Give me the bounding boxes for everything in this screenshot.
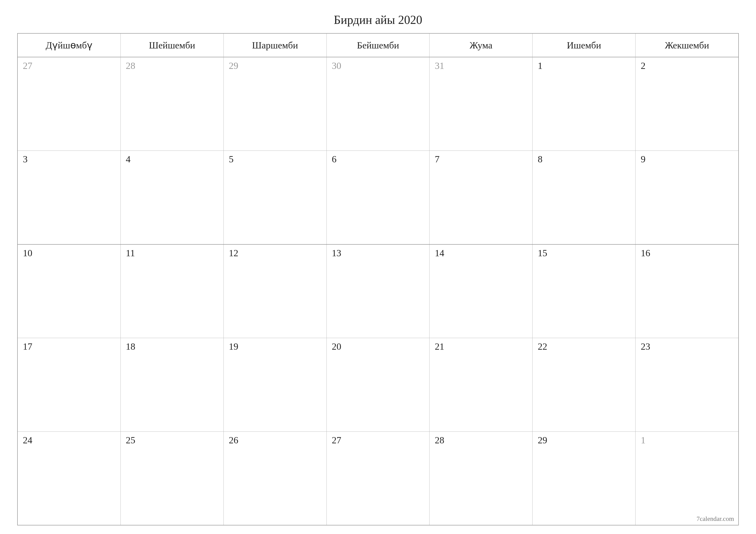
day-number: 4 (126, 155, 218, 164)
day-number: 15 (538, 248, 630, 258)
day-cell: 25 (121, 432, 224, 525)
day-cell: 29 (532, 432, 635, 525)
day-number: 22 (538, 342, 630, 351)
day-cell: 17 (18, 338, 121, 431)
footer-credit: 7calendar.com (696, 515, 734, 522)
weekday-header-row: Дүйшөмбү Шейшемби Шаршемби Бейшемби Жума… (18, 34, 738, 57)
day-cell: 1 (532, 57, 635, 150)
day-cell: 27 (327, 432, 430, 525)
day-number: 21 (435, 342, 527, 351)
weekday-header: Шейшемби (121, 34, 224, 57)
calendar-grid: Дүйшөмбү Шейшемби Шаршемби Бейшемби Жума… (17, 33, 739, 525)
weekday-header: Жума (429, 34, 532, 57)
day-number: 16 (641, 248, 733, 258)
day-cell: 27 (18, 57, 121, 150)
day-number: 10 (23, 248, 115, 258)
week-row: 24252627282917calendar.com (18, 431, 738, 525)
day-cell: 30 (327, 57, 430, 150)
day-cell: 7 (429, 151, 532, 244)
day-cell: 20 (327, 338, 430, 431)
day-cell: 28 (429, 432, 532, 525)
day-cell: 11 (121, 244, 224, 338)
day-cell: 21 (429, 338, 532, 431)
week-row: 17181920212223 (18, 338, 738, 431)
day-number: 24 (23, 436, 115, 445)
day-cell: 10 (18, 244, 121, 338)
weekday-header: Дүйшөмбү (18, 34, 121, 57)
day-number: 31 (435, 61, 527, 71)
weekday-header: Ишемби (532, 34, 635, 57)
day-number: 2 (641, 61, 733, 71)
day-cell: 14 (429, 244, 532, 338)
day-cell: 18 (121, 338, 224, 431)
day-cell: 12 (224, 244, 327, 338)
day-number: 8 (538, 155, 630, 164)
day-number: 19 (229, 342, 321, 351)
day-number: 1 (641, 436, 733, 445)
day-cell: 19 (224, 338, 327, 431)
day-cell: 26 (224, 432, 327, 525)
day-number: 25 (126, 436, 218, 445)
day-cell: 31 (429, 57, 532, 150)
day-number: 13 (332, 248, 424, 258)
day-number: 11 (126, 248, 218, 258)
day-number: 12 (229, 248, 321, 258)
day-number: 9 (641, 155, 733, 164)
weekday-header: Бейшемби (327, 34, 430, 57)
day-cell: 23 (635, 338, 738, 431)
day-number: 6 (332, 155, 424, 164)
day-number: 27 (332, 436, 424, 445)
weeks-container: 2728293031123456789101112131415161718192… (18, 57, 738, 525)
day-number: 30 (332, 61, 424, 71)
day-number: 27 (23, 61, 115, 71)
day-cell: 16 (635, 244, 738, 338)
day-number: 28 (126, 61, 218, 71)
day-number: 17 (23, 342, 115, 351)
page-title: Бирдин айы 2020 (17, 13, 739, 27)
weekday-header: Шаршемби (224, 34, 327, 57)
day-number: 14 (435, 248, 527, 258)
weekday-header: Жекшемби (635, 34, 738, 57)
day-cell: 29 (224, 57, 327, 150)
day-number: 1 (538, 61, 630, 71)
day-cell: 4 (121, 151, 224, 244)
day-cell: 5 (224, 151, 327, 244)
week-row: 10111213141516 (18, 244, 738, 338)
day-cell: 22 (532, 338, 635, 431)
calendar-page: Бирдин айы 2020 Дүйшөмбү Шейшемби Шаршем… (17, 13, 739, 525)
day-number: 23 (641, 342, 733, 351)
day-number: 26 (229, 436, 321, 445)
day-number: 5 (229, 155, 321, 164)
week-row: 272829303112 (18, 57, 738, 150)
day-number: 28 (435, 436, 527, 445)
day-cell: 9 (635, 151, 738, 244)
day-cell: 28 (121, 57, 224, 150)
day-cell: 15 (532, 244, 635, 338)
day-number: 20 (332, 342, 424, 351)
day-number: 29 (538, 436, 630, 445)
day-cell: 8 (532, 151, 635, 244)
day-number: 29 (229, 61, 321, 71)
day-cell: 13 (327, 244, 430, 338)
day-cell: 2 (635, 57, 738, 150)
day-number: 18 (126, 342, 218, 351)
day-cell: 17calendar.com (635, 432, 738, 525)
day-cell: 24 (18, 432, 121, 525)
day-number: 3 (23, 155, 115, 164)
day-cell: 6 (327, 151, 430, 244)
week-row: 3456789 (18, 150, 738, 244)
day-number: 7 (435, 155, 527, 164)
day-cell: 3 (18, 151, 121, 244)
